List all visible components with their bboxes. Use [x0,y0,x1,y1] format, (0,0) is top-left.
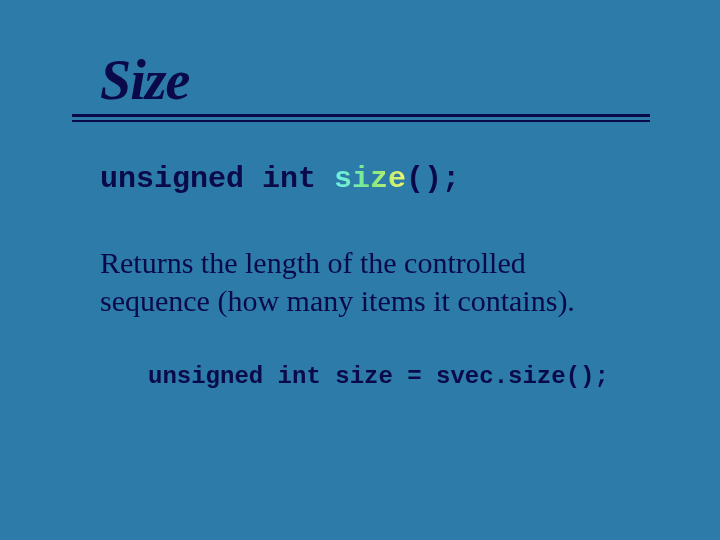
sig-funcname: size [334,162,406,196]
signature-block: unsigned int size(); [100,162,640,196]
rule-heavy [72,114,650,117]
slide-title: Size [100,48,640,112]
title-block: Size [100,48,640,122]
description-text: Returns the length of the controlled seq… [100,244,640,319]
title-underline [72,114,650,122]
signature: unsigned int size(); [100,162,460,196]
sig-prefix: unsigned int [100,162,334,196]
example-code: unsigned int size = svec.size(); [148,363,640,390]
sig-suffix: (); [406,162,460,196]
slide-container: Size unsigned int size(); Returns the le… [0,0,720,540]
rule-light [72,120,650,122]
